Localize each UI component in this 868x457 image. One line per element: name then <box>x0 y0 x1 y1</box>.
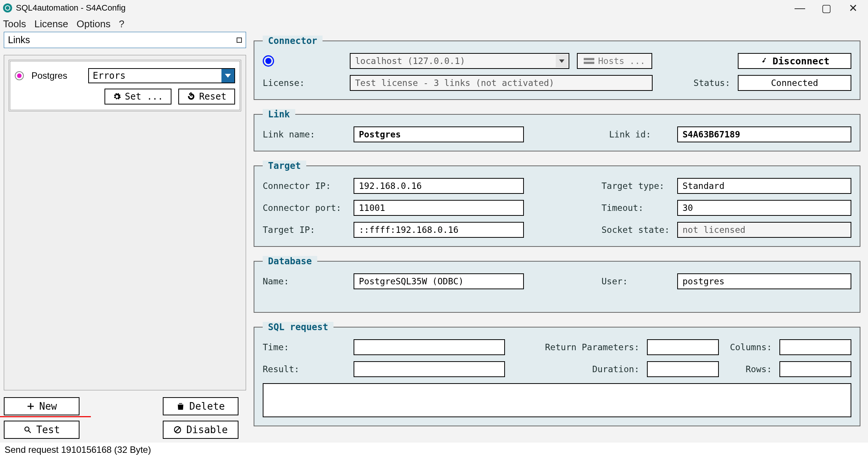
connector-port-label: Connector port: <box>263 203 346 213</box>
connector-radio[interactable] <box>263 55 274 67</box>
status-label: Status: <box>692 78 730 88</box>
connector-port-value: 11001 <box>359 203 385 213</box>
timeout-value: 30 <box>677 200 851 216</box>
links-panel-title: Links <box>8 34 30 45</box>
plug-icon <box>760 57 768 65</box>
link-name-input[interactable]: Postgres <box>354 126 524 142</box>
reset-button[interactable]: Reset <box>178 89 235 105</box>
link-status-icon <box>15 71 24 80</box>
disable-button-label: Disable <box>186 424 228 435</box>
window-title: SQL4automation - S4AConfig <box>16 3 792 13</box>
test-button[interactable]: Test <box>4 421 79 439</box>
sql-legend: SQL request <box>263 322 333 332</box>
link-id-label: Link id: <box>609 129 670 139</box>
link-filter-dropdown[interactable]: Errors <box>88 68 235 83</box>
connector-ip-value: 192.168.0.16 <box>359 181 422 191</box>
socket-state-value: not licensed <box>677 222 851 238</box>
db-name-label: Name: <box>263 276 346 286</box>
gear-icon <box>113 92 121 101</box>
database-group: Database Name: PostgreSQL35W (ODBC) User… <box>254 256 860 313</box>
hosts-icon <box>584 58 594 64</box>
menu-help[interactable]: ? <box>119 18 124 30</box>
link-name-value: Postgres <box>359 129 401 139</box>
minimize-button[interactable]: — <box>792 2 807 14</box>
dropdown-value: Errors <box>93 70 126 81</box>
link-item-postgres[interactable]: Postgres Errors Set ... Reset <box>9 60 241 111</box>
db-name-value: PostgreSQL35W (ODBC) <box>359 276 464 286</box>
trash-icon <box>176 402 185 410</box>
test-button-label: Test <box>36 424 60 435</box>
connector-legend: Connector <box>263 36 323 46</box>
target-legend: Target <box>263 161 306 171</box>
db-name-input[interactable]: PostgreSQL35W (ODBC) <box>354 273 524 289</box>
link-id-value: S4A63B67189 <box>677 126 851 142</box>
time-label: Time: <box>263 342 346 352</box>
menu-license[interactable]: License <box>34 18 69 30</box>
link-group: Link Link name: Postgres Link id: S4A63B… <box>254 109 860 151</box>
database-legend: Database <box>263 256 317 267</box>
chevron-down-icon <box>221 69 234 83</box>
db-user-input[interactable]: postgres <box>677 273 851 289</box>
socket-state-label: Socket state: <box>602 225 670 235</box>
link-name-label: Link name: <box>263 129 346 139</box>
new-button[interactable]: New <box>4 397 79 415</box>
disable-button[interactable]: Disable <box>163 421 238 439</box>
status-text: Send request 1910156168 (32 Byte) <box>5 445 151 455</box>
highlight-underline <box>0 416 91 417</box>
link-legend: Link <box>263 109 295 120</box>
disconnect-button[interactable]: Disconnect <box>738 53 851 69</box>
hosts-button-label: Hosts ... <box>598 56 645 66</box>
plus-icon <box>26 402 35 410</box>
target-type-value: Standard <box>677 178 851 194</box>
link-item-name: Postgres <box>31 70 81 81</box>
columns-label: Columns: <box>726 342 772 352</box>
new-button-label: New <box>39 401 57 412</box>
close-button[interactable]: ✕ <box>845 2 860 14</box>
connector-ip-label: Connector IP: <box>263 181 346 191</box>
popout-icon[interactable] <box>237 37 242 43</box>
statusbar: Send request 1910156168 (32 Byte) <box>0 443 868 457</box>
status-value: Connected <box>738 75 851 91</box>
host-dropdown[interactable]: localhost (127.0.0.1) <box>350 53 569 69</box>
set-button[interactable]: Set ... <box>104 89 171 105</box>
titlebar: SQL4automation - S4AConfig — ▢ ✕ <box>0 0 868 16</box>
reload-icon <box>187 92 195 101</box>
delete-button-label: Delete <box>189 401 225 412</box>
chevron-down-icon <box>556 55 568 67</box>
license-value: Test license - 3 links (not activated) <box>350 75 653 91</box>
search-icon <box>23 426 32 434</box>
menubar: Tools License Options ? <box>0 16 868 32</box>
target-ip-value: ::ffff:192.168.0.16 <box>354 222 524 238</box>
duration-label: Duration: <box>545 364 639 374</box>
sql-textarea[interactable] <box>263 383 851 417</box>
host-value: localhost (127.0.0.1) <box>355 56 465 66</box>
target-group: Target Connector IP: 192.168.0.16 Target… <box>254 161 860 247</box>
return-parameters-value <box>647 339 719 355</box>
target-type-label: Target type: <box>602 181 670 191</box>
menu-options[interactable]: Options <box>76 18 111 30</box>
db-user-value: postgres <box>683 276 725 286</box>
links-list: Postgres Errors Set ... Reset <box>4 55 246 390</box>
result-value <box>354 361 505 377</box>
svg-point-0 <box>25 427 29 431</box>
return-parameters-label: Return Parameters: <box>545 342 639 352</box>
reset-button-label: Reset <box>199 91 226 102</box>
disable-icon <box>173 426 182 434</box>
time-value <box>354 339 505 355</box>
set-button-label: Set ... <box>125 91 163 102</box>
timeout-label: Timeout: <box>602 203 670 213</box>
delete-button[interactable]: Delete <box>163 397 238 415</box>
connector-port-input[interactable]: 11001 <box>354 200 524 216</box>
duration-value <box>647 361 719 377</box>
hosts-button[interactable]: Hosts ... <box>577 53 652 69</box>
connector-group: Connector localhost (127.0.0.1) Hosts ..… <box>254 36 860 100</box>
result-label: Result: <box>263 364 346 374</box>
menu-tools[interactable]: Tools <box>3 18 26 30</box>
rows-value <box>779 361 851 377</box>
maximize-button[interactable]: ▢ <box>819 2 834 14</box>
db-user-label: User: <box>602 276 670 286</box>
connector-ip-input[interactable]: 192.168.0.16 <box>354 178 524 194</box>
sql-request-group: SQL request Time: Return Parameters: Col… <box>254 322 860 426</box>
disconnect-button-label: Disconnect <box>773 56 830 67</box>
links-panel-header: Links <box>4 32 246 48</box>
